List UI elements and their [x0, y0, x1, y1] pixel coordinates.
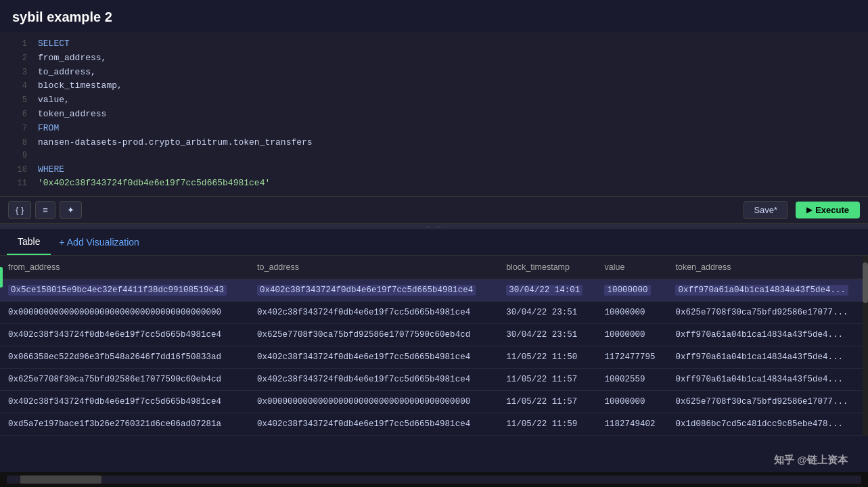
table-row[interactable]: 0xd5a7e197bace1f3b26e2760321d6ce06ad0728… [0, 413, 868, 436]
code-line: 9 [0, 149, 868, 162]
cell-from_address: 0x5ce158015e9bc4ec32ef4411f38dc99108519c… [0, 279, 249, 302]
cell-block_timestamp: 11/05/22 11:50 [498, 346, 596, 369]
cell-from_address: 0x00000000000000000000000000000000000000… [0, 302, 249, 324]
cell-value: 10000000 [596, 391, 667, 413]
data-table: from_addressto_addressblock_timestampval… [0, 256, 868, 436]
cell-block_timestamp: 30/04/22 23:51 [498, 302, 596, 324]
cell-from_address: 0x402c38f343724f0db4e6e19f7cc5d665b4981c… [0, 391, 249, 413]
code-line: 11 '0x402c38f343724f0db4e6e19f7cc5d665b4… [0, 177, 868, 191]
column-header-block_timestamp: block_timestamp [498, 256, 596, 279]
code-line: 1SELECT [0, 37, 868, 51]
table-view-button[interactable]: ≡ [35, 201, 55, 219]
code-line: 2 from_address, [0, 51, 868, 66]
save-button[interactable]: Save* [744, 201, 787, 219]
bottom-bar [0, 472, 868, 487]
page-title: sybil example 2 [0, 0, 868, 32]
editor-area: 1SELECT2 from_address,3 to_address,4 blo… [0, 32, 868, 197]
code-line: 10WHERE [0, 163, 868, 177]
table-row[interactable]: 0x402c38f343724f0db4e6e19f7cc5d665b4981c… [0, 391, 868, 413]
column-header-to_address: to_address [249, 256, 498, 279]
cell-token_address: 0x625e7708f30ca75bfd92586e17077... [667, 391, 868, 413]
cell-to_address: 0x402c38f343724f0db4e6e19f7cc5d665b4981c… [249, 413, 498, 436]
cell-to_address: 0x625e7708f30ca75bfd92586e17077590c60eb4… [249, 324, 498, 346]
cell-from_address: 0x066358ec522d96e3fb548a2646f7dd16f50833… [0, 346, 249, 369]
cell-to_address: 0x402c38f343724f0db4e6e19f7cc5d665b4981c… [249, 279, 498, 302]
execute-button[interactable]: Execute [796, 202, 860, 218]
column-header-value: value [596, 256, 667, 279]
cell-value: 10000000 [596, 279, 667, 302]
tab-bar: Table + Add Visualization [0, 229, 868, 256]
table-row[interactable]: 0x625e7708f30ca75bfd92586e17077590c60eb4… [0, 369, 868, 391]
table-row[interactable]: 0x402c38f343724f0db4e6e19f7cc5d665b4981c… [0, 324, 868, 346]
cell-from_address: 0xd5a7e197bace1f3b26e2760321d6ce06ad0728… [0, 413, 249, 436]
data-table-container[interactable]: from_addressto_addressblock_timestampval… [0, 256, 868, 436]
tab-table[interactable]: Table [7, 229, 51, 255]
add-visualization-button[interactable]: + Add Visualization [51, 230, 147, 254]
cell-token_address: 0xff970a61a04b1ca14834a43f5de4... [667, 346, 868, 369]
scrollbar-thumb[interactable] [863, 262, 868, 303]
column-header-token_address: token_address [667, 256, 868, 279]
toolbar: { } ≡ ✦ Save* Execute [0, 197, 868, 224]
cell-value: 10000000 [596, 302, 667, 324]
code-line: 8 nansen-datasets-prod.crypto_arbitrum.t… [0, 136, 868, 150]
cell-token_address: 0x1d086bc7cd5c481dcc9c85ebe478... [667, 413, 868, 436]
cell-block_timestamp: 11/05/22 11:57 [498, 391, 596, 413]
table-row[interactable]: 0x5ce158015e9bc4ec32ef4411f38dc99108519c… [0, 279, 868, 302]
watermark: 知乎 @链上资本 [774, 454, 848, 467]
cell-token_address: 0xff970a61a04b1ca14834a43f5de4... [667, 324, 868, 346]
cell-token_address: 0xff970a61a04b1ca14834a43f5de4... [667, 369, 868, 391]
cell-value: 1182749402 [596, 413, 667, 436]
cell-block_timestamp: 30/04/22 14:01 [498, 279, 596, 302]
horizontal-scroll-thumb[interactable] [20, 476, 101, 484]
cell-value: 1172477795 [596, 346, 667, 369]
code-line: 4 block_timestamp, [0, 79, 868, 93]
cell-token_address: 0xff970a61a04b1ca14834a43f5de4... [667, 279, 868, 302]
column-header-from_address: from_address [0, 256, 249, 279]
cell-block_timestamp: 11/05/22 11:59 [498, 413, 596, 436]
cell-from_address: 0x402c38f343724f0db4e6e19f7cc5d665b4981c… [0, 324, 249, 346]
results-section: Table + Add Visualization from_addressto… [0, 229, 868, 436]
vertical-scrollbar[interactable] [863, 256, 868, 436]
cell-token_address: 0x625e7708f30ca75bfd92586e17077... [667, 302, 868, 324]
cell-from_address: 0x625e7708f30ca75bfd92586e17077590c60eb4… [0, 369, 249, 391]
table-row[interactable]: 0x00000000000000000000000000000000000000… [0, 302, 868, 324]
cell-to_address: 0x00000000000000000000000000000000000000… [249, 391, 498, 413]
code-block: 1SELECT2 from_address,3 to_address,4 blo… [0, 32, 868, 196]
star-button[interactable]: ✦ [60, 201, 82, 219]
cell-block_timestamp: 30/04/22 23:51 [498, 324, 596, 346]
json-view-button[interactable]: { } [8, 201, 31, 219]
table-row[interactable]: 0x066358ec522d96e3fb548a2646f7dd16f50833… [0, 346, 868, 369]
resize-handle[interactable]: — — [0, 224, 868, 229]
code-line: 7FROM [0, 122, 868, 136]
code-line: 3 to_address, [0, 66, 868, 80]
code-line: 5 value, [0, 93, 868, 108]
cell-value: 10000000 [596, 324, 667, 346]
horizontal-scrollbar[interactable] [7, 476, 861, 484]
cell-to_address: 0x402c38f343724f0db4e6e19f7cc5d665b4981c… [249, 369, 498, 391]
cell-to_address: 0x402c38f343724f0db4e6e19f7cc5d665b4981c… [249, 346, 498, 369]
cell-value: 10002559 [596, 369, 667, 391]
row-indicator [0, 267, 3, 287]
cell-to_address: 0x402c38f343724f0db4e6e19f7cc5d665b4981c… [249, 302, 498, 324]
code-line: 6 token_address [0, 108, 868, 122]
cell-block_timestamp: 11/05/22 11:57 [498, 369, 596, 391]
